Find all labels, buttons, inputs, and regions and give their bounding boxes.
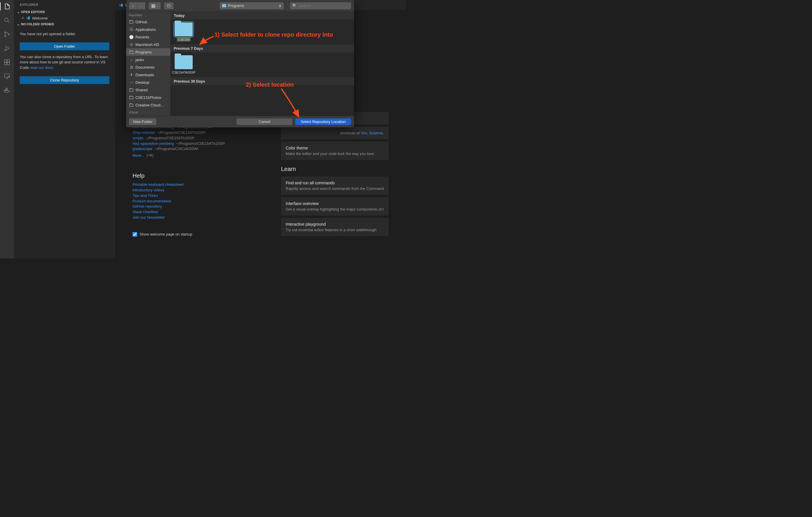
activity-bar — [0, 0, 14, 258]
fav-icon — [129, 87, 134, 92]
recent-item[interactable]: gradescope~/Programs/CSE16020WI — [133, 146, 258, 152]
learn-card[interactable]: Interactive playgroundTry out essential … — [281, 218, 388, 236]
docker-icon[interactable] — [3, 86, 11, 94]
svg-rect-7 — [4, 62, 7, 65]
favorite-item[interactable]: ⌂jackv — [126, 56, 170, 63]
help-link[interactable]: Printable keyboard cheatsheet — [133, 182, 258, 188]
favorite-item[interactable]: Creative Cloud... — [126, 101, 170, 109]
no-folder-msg: You have not yet opened a folder. — [20, 31, 109, 37]
favorite-item[interactable]: ▭Desktop — [126, 79, 170, 86]
vscode-icon — [119, 3, 123, 7]
git-icon[interactable] — [3, 30, 11, 38]
help-link[interactable]: Product documentation — [133, 199, 258, 204]
svg-rect-19 — [129, 104, 133, 107]
view-mode-button[interactable]: ▦ ⌄ — [149, 2, 161, 9]
color-theme-card[interactable]: Color theme Make the editor and your cod… — [281, 142, 388, 160]
favorite-item[interactable]: ⬇Downloads — [126, 71, 170, 79]
learn-card[interactable]: Interface overviewGet a visual overlay h… — [281, 197, 388, 215]
folder-item[interactable]: CSE154TA20SP — [173, 55, 194, 75]
recent-link[interactable]: gradescope — [133, 146, 152, 151]
recent-link[interactable]: hw1-spacedom-jvenberg — [133, 141, 174, 146]
svg-rect-8 — [7, 62, 9, 65]
read-docs-link[interactable]: read our docs — [30, 65, 53, 70]
help-link[interactable]: Introductory videos — [133, 188, 258, 193]
learn-header: Learn — [281, 166, 388, 172]
svg-rect-16 — [129, 51, 133, 54]
files-icon[interactable] — [0, 2, 14, 10]
svg-point-3 — [8, 34, 9, 35]
startup-checkbox-row[interactable]: Show welcome page on startup — [133, 232, 258, 237]
help-link[interactable]: Stack Overflow — [133, 209, 258, 215]
recent-item[interactable]: hw1-spacedom-jvenberg~/Programs/CSE154TA… — [133, 141, 258, 146]
dialog-toolbar: ‹ › ▦ ⌄ Programs ▲▼ 🔍 — [126, 0, 354, 11]
updown-icon: ▲▼ — [279, 4, 281, 7]
fav-icon: Ⓐ — [129, 27, 134, 32]
favorite-item[interactable]: Programs — [126, 48, 170, 56]
startup-checkbox[interactable] — [133, 232, 137, 237]
icloud-header: iCloud — [126, 109, 170, 115]
clone-repo-button[interactable]: Clone Repository — [20, 76, 109, 84]
open-editors-header[interactable]: ⌄OPEN EDITORS — [14, 9, 115, 15]
svg-rect-17 — [129, 89, 133, 91]
no-folder-header[interactable]: ⌄NO FOLDER OPENED — [14, 21, 115, 27]
favorite-item[interactable]: 🕓Recents — [126, 33, 170, 41]
svg-point-10 — [8, 76, 9, 77]
extensions-icon[interactable] — [3, 58, 11, 66]
search-icon: 🔍 — [292, 3, 297, 8]
fav-icon: ▭ — [129, 80, 134, 85]
nav-forward-button[interactable]: › — [137, 2, 145, 9]
svg-point-2 — [5, 35, 6, 37]
group-button[interactable] — [164, 2, 174, 9]
help-link[interactable]: GitHub repository — [133, 204, 258, 209]
file-dialog: ‹ › ▦ ⌄ Programs ▲▼ 🔍 Favorites GitHubⒶA… — [126, 0, 354, 127]
fav-icon: ▤ — [129, 65, 134, 70]
fav-icon — [129, 50, 134, 54]
open-folder-button[interactable]: Open Folder — [20, 43, 109, 50]
nav-back-button[interactable]: ‹ — [129, 2, 137, 9]
favorite-item[interactable]: ⊟Macintosh HD — [126, 41, 170, 48]
select-location-button[interactable]: Select Repository Location — [295, 118, 351, 125]
search-input[interactable] — [299, 3, 349, 8]
group-header: Today — [170, 11, 354, 20]
help-title: Help — [133, 172, 258, 179]
open-editor-tab[interactable]: × Welcome — [14, 15, 115, 21]
fav-icon: ⬇ — [129, 73, 134, 77]
help-link[interactable]: Join our Newsletter — [133, 215, 258, 220]
learn-card[interactable]: Find and run all commandsRapidly access … — [281, 176, 388, 195]
path-selector[interactable]: Programs ▲▼ — [220, 2, 284, 9]
favorite-item[interactable]: Shared — [126, 86, 170, 93]
favorites-sidebar: Favorites GitHubⒶApplications🕓Recents⊟Ma… — [126, 11, 170, 116]
fav-icon — [129, 103, 134, 107]
svg-point-1 — [5, 32, 6, 33]
recent-more-link[interactable]: More... — [133, 153, 144, 158]
favorite-item[interactable]: GitHub — [126, 18, 170, 26]
dialog-footer: New Folder Cancel Select Repository Loca… — [126, 116, 354, 127]
favorite-item[interactable]: CSE131Photos — [126, 93, 170, 101]
recent-link[interactable]: scripts — [133, 136, 144, 140]
debug-icon[interactable] — [3, 44, 11, 52]
remote-icon[interactable] — [3, 72, 11, 80]
search-field[interactable]: 🔍 — [290, 2, 351, 9]
favorite-item[interactable]: ▤Documents — [126, 63, 170, 71]
folder-icon — [175, 55, 193, 69]
favorites-header: Favorites — [126, 11, 170, 18]
svg-rect-13 — [6, 88, 7, 89]
folder-item[interactable]: CSE154 — [173, 22, 194, 42]
close-icon[interactable]: × — [22, 16, 24, 20]
explorer-panel: EXPLORER ⌄OPEN EDITORS × Welcome ⌄NO FOL… — [14, 0, 115, 258]
folder-icon — [222, 4, 226, 7]
group-header: Previous 7 Days — [170, 45, 354, 52]
recent-item[interactable]: 20sp-website~/Programs/CSE154TA20SP — [133, 130, 258, 136]
shortcuts-card[interactable]: shortcuts of Vim, Sublime, — [281, 127, 388, 139]
panel-title: EXPLORER — [14, 0, 115, 9]
fav-icon: ⌂ — [129, 57, 134, 62]
search-icon[interactable] — [3, 16, 11, 24]
recent-link[interactable]: 20sp-website — [133, 130, 155, 135]
new-folder-button[interactable]: New Folder — [129, 118, 156, 125]
cancel-button[interactable]: Cancel — [237, 118, 292, 125]
help-link[interactable]: Tips and Tricks — [133, 193, 258, 199]
file-grid: CSE154TA20SP — [170, 52, 354, 77]
recent-item[interactable]: scripts~/Programs/CSE154TA20SP — [133, 136, 258, 141]
svg-rect-9 — [4, 74, 9, 77]
favorite-item[interactable]: ⒶApplications — [126, 26, 170, 33]
